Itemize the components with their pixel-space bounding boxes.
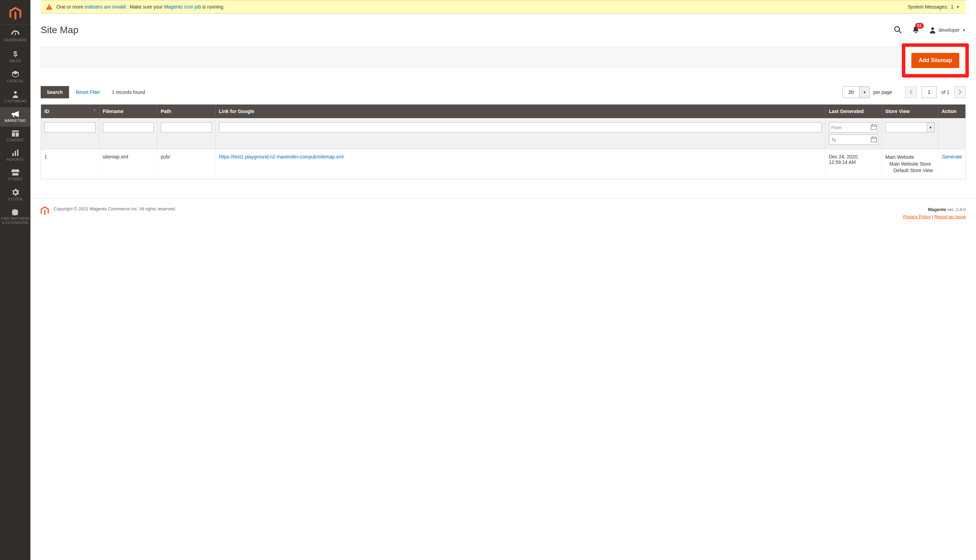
notifications-button[interactable]: 51: [911, 25, 920, 35]
add-sitemap-button[interactable]: Add Sitemap: [911, 53, 959, 68]
chevron-down-icon: ▼: [962, 28, 966, 32]
person-icon: [12, 90, 18, 98]
per-page-input[interactable]: [843, 87, 859, 98]
per-page-select[interactable]: ▼: [842, 87, 870, 98]
store-website: Main Website: [886, 154, 935, 161]
col-label: Link for Google: [219, 108, 254, 114]
col-header-filename[interactable]: Filename: [99, 105, 157, 118]
nav-stores[interactable]: STORES: [0, 166, 30, 185]
nav-catalog[interactable]: CATALOG: [0, 67, 30, 87]
nav-label: CONTENT: [1, 138, 30, 142]
dollar-icon: $: [13, 50, 18, 58]
col-header-store[interactable]: Store View: [882, 105, 938, 118]
chevron-down-icon: ▼: [956, 5, 959, 9]
nav-label: SYSTEM: [1, 197, 30, 201]
nav-system[interactable]: SYSTEM: [0, 185, 30, 205]
filter-filename-input[interactable]: [103, 122, 154, 132]
magento-logo-icon: [9, 7, 22, 20]
puzzle-icon: [11, 208, 20, 215]
report-issue-link[interactable]: Report an Issue: [934, 214, 966, 219]
svg-line-8: [899, 31, 901, 33]
total-pages: of 1: [941, 90, 949, 95]
cell-store-view: Main Website Main Website Store Default …: [886, 154, 935, 174]
svg-point-9: [931, 27, 934, 30]
version-label: Magento ver. 2.4.0: [903, 206, 966, 213]
sitemap-grid: ID↑ Filename Path Link for Google Last G…: [41, 105, 966, 179]
version-number: ver. 2.4.0: [946, 207, 966, 212]
filter-path-input[interactable]: [161, 122, 212, 132]
generate-link[interactable]: Generate: [942, 154, 962, 160]
global-search-button[interactable]: [893, 25, 902, 35]
svg-rect-5: [49, 6, 50, 8]
system-message-bar: One or more indexers are invalid . Make …: [41, 0, 966, 14]
filter-id-input[interactable]: [44, 122, 96, 132]
svg-rect-4: [17, 150, 18, 156]
grid-toolbar: Search Reset Filter 1 records found ▼ pe…: [41, 86, 966, 98]
nav-marketing[interactable]: MARKETING: [0, 107, 30, 127]
svg-rect-6: [49, 8, 50, 9]
notification-count-badge: 51: [915, 23, 923, 29]
grid-header-row: ID↑ Filename Path Link for Google Last G…: [41, 105, 965, 118]
page-actions: Add Sitemap: [41, 47, 966, 68]
page-title: Site Map: [41, 25, 79, 35]
sysmsg-counter-value: 1: [951, 4, 953, 10]
prev-page-button[interactable]: [905, 87, 917, 98]
col-header-path[interactable]: Path: [157, 105, 215, 118]
nav-find-partners[interactable]: FIND PARTNERS & EXTENSIONS: [0, 205, 30, 229]
col-label: ID: [44, 108, 49, 114]
table-row[interactable]: 1 sitemap.xml pub/ https://test1.playgro…: [41, 149, 965, 179]
user-icon: [929, 27, 936, 33]
magento-logo[interactable]: [0, 3, 30, 25]
chevron-down-icon[interactable]: ▼: [859, 87, 869, 98]
chevron-right-icon: [958, 90, 962, 95]
next-page-button[interactable]: [954, 87, 966, 98]
privacy-policy-link[interactable]: Privacy Policy: [903, 214, 931, 219]
store-group: Main Website Store: [886, 161, 935, 168]
svg-point-1: [14, 91, 17, 94]
nav-dashboard[interactable]: DASHBOARD: [0, 26, 30, 46]
filter-store-select[interactable]: ▼: [886, 122, 935, 132]
page-number-input[interactable]: [922, 87, 937, 98]
filter-link-input[interactable]: [219, 122, 822, 132]
cell-generated: Dec 24, 2020, 12:59:14 AM: [825, 149, 882, 179]
pager: of 1: [905, 87, 966, 98]
col-header-id[interactable]: ID↑: [41, 105, 99, 118]
box-icon: [11, 70, 20, 78]
search-button[interactable]: Search: [41, 86, 69, 98]
filter-date-to-input[interactable]: [829, 135, 878, 145]
storefront-icon: [11, 169, 20, 176]
account-menu[interactable]: developer ▼: [929, 27, 966, 33]
footer-separator: |: [931, 214, 935, 219]
sysmsg-counter[interactable]: System Messages: 1 ▼: [907, 4, 959, 10]
nav-reports[interactable]: REPORTS: [0, 146, 30, 166]
col-label: Store View: [886, 108, 910, 114]
cell-filename: sitemap.xml: [99, 149, 157, 179]
svg-rect-2: [12, 153, 14, 156]
col-header-link[interactable]: Link for Google: [215, 105, 825, 118]
reset-filter-button[interactable]: Reset Filter: [74, 86, 102, 98]
nav-label: CATALOG: [1, 79, 30, 83]
cell-path: pub/: [157, 149, 215, 179]
megaphone-icon: [11, 111, 20, 117]
sysmsg-fragment: One or more: [57, 4, 84, 10]
nav-label: STORES: [1, 177, 30, 181]
col-label: Action: [942, 108, 957, 114]
cron-job-link[interactable]: Magento cron job: [164, 4, 201, 10]
search-icon: [894, 26, 902, 34]
nav-label: MARKETING: [1, 119, 30, 123]
nav-content[interactable]: CONTENT: [0, 127, 30, 146]
col-header-action: Action: [938, 105, 965, 118]
nav-label: SALES: [1, 59, 30, 63]
sitemap-link[interactable]: https://test1.playground.n2.mavendev.com…: [219, 154, 344, 160]
nav-customers[interactable]: CUSTOMERS: [0, 87, 30, 107]
records-found: 1 records found: [112, 90, 145, 95]
nav-label: CUSTOMERS: [1, 99, 30, 103]
gear-icon: [12, 188, 19, 196]
indexers-invalid-link[interactable]: indexers are invalid: [84, 4, 126, 10]
col-header-generated[interactable]: Last Generated: [825, 105, 882, 118]
sort-asc-icon: ↑: [94, 108, 96, 113]
nav-sales[interactable]: $ SALES: [0, 46, 30, 67]
col-label: Filename: [103, 108, 124, 114]
header-tools: 51 developer ▼: [893, 25, 966, 35]
filter-date-from-input[interactable]: [829, 122, 878, 132]
